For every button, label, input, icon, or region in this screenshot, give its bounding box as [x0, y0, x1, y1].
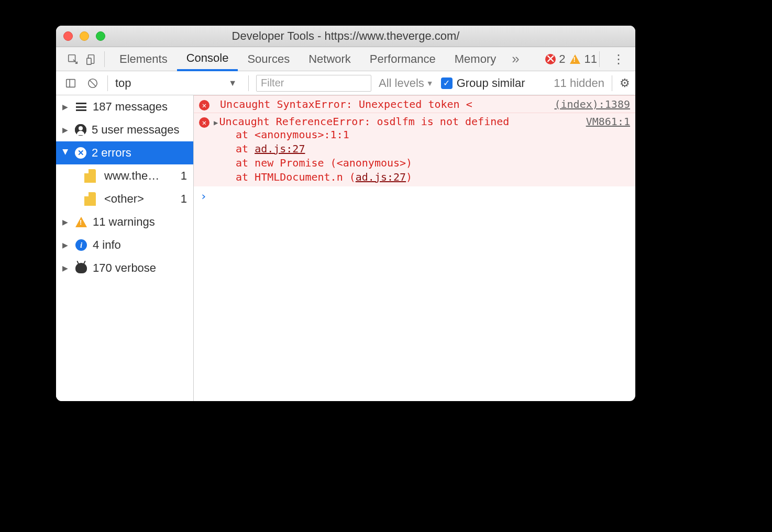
inspect-element-icon[interactable]	[64, 51, 81, 68]
list-icon	[75, 101, 87, 113]
devtools-window: Developer Tools - https://www.theverge.c…	[56, 26, 635, 401]
file-icon	[84, 192, 96, 206]
more-tabs-button[interactable]: »	[505, 51, 525, 67]
separator	[612, 75, 612, 91]
warning-icon	[75, 216, 87, 228]
filter-input[interactable]: Filter	[256, 75, 371, 92]
sidebar-item-messages[interactable]: ▶ 187 messages	[56, 95, 193, 118]
sidebar-item-error-source[interactable]: <other> 1	[56, 187, 193, 210]
sidebar-item-error-source[interactable]: www.the… 1	[56, 164, 193, 187]
file-icon	[84, 169, 96, 183]
tab-console[interactable]: Console	[177, 48, 238, 71]
hidden-count[interactable]: 11 hidden	[554, 76, 604, 90]
tab-memory[interactable]: Memory	[445, 47, 505, 71]
error-count: 2	[559, 52, 565, 66]
message-text: Uncaught ReferenceError: osdlfm is not d…	[219, 115, 509, 128]
expand-icon: ▶	[62, 264, 70, 272]
checkbox-checked-icon: ✓	[441, 77, 453, 89]
context-value: top	[115, 76, 131, 90]
filter-placeholder: Filter	[261, 77, 284, 89]
window-titlebar: Developer Tools - https://www.theverge.c…	[56, 26, 635, 47]
error-icon: ✕	[199, 117, 209, 128]
device-toolbar-icon[interactable]	[83, 51, 100, 68]
stack-trace: at <anonymous>:1:1 at ad.js:27 at new Pr…	[199, 128, 630, 184]
stack-link[interactable]: ad.js:27	[255, 142, 305, 155]
separator	[599, 51, 600, 67]
chevron-down-icon: ▼	[228, 79, 237, 88]
sidebar-item-user-messages[interactable]: ▶ 5 user messages	[56, 118, 193, 141]
expand-icon: ▶	[62, 103, 70, 111]
separator	[104, 51, 105, 67]
message-source-link[interactable]: VM861:1	[586, 115, 630, 128]
warning-icon	[570, 54, 580, 64]
console-error-row[interactable]: (index):1389 ✕ Uncaught SyntaxError: Une…	[194, 95, 635, 113]
window-title: Developer Tools - https://www.theverge.c…	[56, 29, 635, 43]
console-toolbar: top ▼ Filter All levels ▼ ✓ Group simila…	[56, 71, 635, 95]
tab-network[interactable]: Network	[299, 47, 360, 71]
console-error-row[interactable]: VM861:1 ✕▶Uncaught ReferenceError: osdlf…	[194, 113, 635, 186]
warning-count: 11	[584, 52, 597, 66]
console-prompt[interactable]: ›	[194, 186, 635, 206]
separator	[248, 75, 249, 91]
expand-icon: ▶	[62, 126, 70, 134]
info-icon: i	[75, 239, 87, 251]
expand-icon: ▶	[62, 218, 70, 226]
tab-performance[interactable]: Performance	[360, 47, 445, 71]
group-similar-toggle[interactable]: ✓ Group similar	[441, 76, 525, 90]
error-icon: ✕	[199, 100, 209, 110]
message-text: Uncaught SyntaxError: Unexpected token <	[220, 98, 472, 110]
devtools-tabbar: Elements Console Sources Network Perform…	[56, 47, 635, 71]
person-icon	[75, 124, 86, 136]
expand-icon[interactable]: ▶	[214, 118, 218, 127]
tab-elements[interactable]: Elements	[110, 47, 177, 71]
error-icon: ✕	[75, 147, 86, 159]
sidebar-item-verbose[interactable]: ▶ 170 verbose	[56, 257, 193, 280]
console-main: ▶ 187 messages ▶ 5 user messages ▶ ✕ 2 e…	[56, 95, 635, 401]
sidebar-item-errors[interactable]: ▶ ✕ 2 errors	[56, 141, 193, 164]
tabbar-menu-button[interactable]: ⋮	[605, 52, 632, 66]
log-levels-select[interactable]: All levels ▼	[379, 76, 434, 90]
bug-icon	[75, 262, 87, 274]
console-messages: (index):1389 ✕ Uncaught SyntaxError: Une…	[194, 95, 635, 401]
error-icon: ✕	[545, 54, 556, 64]
stack-link[interactable]: ad.js:27	[356, 171, 406, 183]
svg-rect-2	[87, 58, 91, 64]
console-sidebar: ▶ 187 messages ▶ 5 user messages ▶ ✕ 2 e…	[56, 95, 194, 401]
execution-context-select[interactable]: top ▼	[115, 76, 241, 90]
sidebar-item-info[interactable]: ▶ i 4 info	[56, 234, 193, 257]
expand-icon: ▶	[62, 241, 70, 249]
collapse-icon: ▶	[62, 149, 70, 157]
chevron-down-icon: ▼	[426, 79, 434, 87]
sidebar-item-warnings[interactable]: ▶ 11 warnings	[56, 210, 193, 234]
svg-rect-3	[67, 79, 75, 87]
clear-console-icon[interactable]	[85, 76, 100, 91]
separator	[107, 75, 108, 91]
console-settings-icon[interactable]: ⚙	[620, 76, 630, 90]
toggle-sidebar-icon[interactable]	[63, 76, 78, 91]
message-source-link[interactable]: (index):1389	[555, 98, 631, 110]
svg-line-6	[90, 80, 96, 86]
tab-sources[interactable]: Sources	[238, 47, 299, 71]
status-counts[interactable]: ✕ 2 11	[545, 52, 597, 66]
